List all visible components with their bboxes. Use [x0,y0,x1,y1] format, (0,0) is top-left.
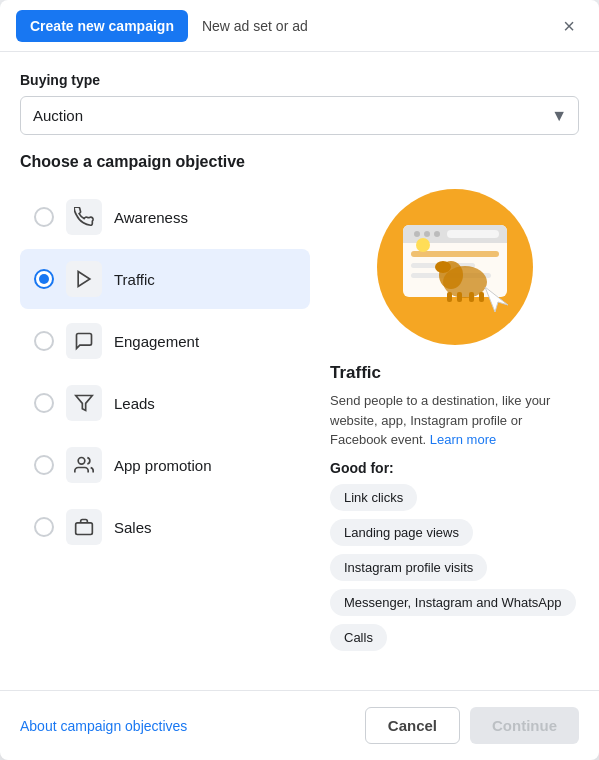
svg-point-8 [424,231,430,237]
svg-point-7 [414,231,420,237]
objective-item-sales[interactable]: Sales [20,497,310,557]
detail-panel: Traffic Send people to a destination, li… [310,187,579,651]
engagement-label: Engagement [114,333,199,350]
svg-rect-11 [411,251,499,257]
awareness-label: Awareness [114,209,188,226]
modal-header: Create new campaign New ad set or ad × [0,0,599,52]
continue-button[interactable]: Continue [470,707,579,744]
traffic-illustration [375,187,535,347]
content-area: Awareness Traffic [20,187,579,651]
sales-icon [66,509,102,545]
buying-type-select-wrapper: Auction ▼ [20,96,579,135]
buying-type-select[interactable]: Auction [20,96,579,135]
radio-app-promotion [34,455,54,475]
tag-item: Landing page views [330,519,473,546]
svg-rect-10 [447,230,499,238]
svg-point-22 [416,238,430,252]
objective-item-leads[interactable]: Leads [20,373,310,433]
svg-point-9 [434,231,440,237]
objectives-list: Awareness Traffic [20,187,310,651]
section-title: Choose a campaign objective [20,153,579,171]
tag-item: Instagram profile visits [330,554,487,581]
svg-point-1 [78,458,85,465]
svg-rect-20 [479,292,484,302]
buying-type-label: Buying type [20,72,579,88]
leads-label: Leads [114,395,155,412]
tag-item: Calls [330,624,387,651]
objective-item-app-promotion[interactable]: App promotion [20,435,310,495]
detail-title: Traffic [330,363,381,383]
svg-rect-17 [447,292,452,302]
svg-marker-0 [76,396,93,411]
sales-label: Sales [114,519,152,536]
svg-rect-18 [457,292,462,302]
radio-sales [34,517,54,537]
tags-list: Link clicksLanding page viewsInstagram p… [330,484,579,651]
learn-more-link[interactable]: Learn more [430,432,496,447]
modal: Create new campaign New ad set or ad × B… [0,0,599,760]
objective-item-engagement[interactable]: Engagement [20,311,310,371]
app-promotion-label: App promotion [114,457,212,474]
leads-icon [66,385,102,421]
tab-create-campaign[interactable]: Create new campaign [16,10,188,42]
footer-buttons: Cancel Continue [365,707,579,744]
modal-footer: About campaign objectives Cancel Continu… [0,690,599,760]
awareness-icon [66,199,102,235]
radio-engagement [34,331,54,351]
tag-item: Messenger, Instagram and WhatsApp [330,589,576,616]
radio-leads [34,393,54,413]
traffic-label: Traffic [114,271,155,288]
good-for-label: Good for: [330,460,394,476]
tag-item: Link clicks [330,484,417,511]
modal-body: Buying type Auction ▼ Choose a campaign … [0,52,599,666]
tab-new-ad-set[interactable]: New ad set or ad [188,10,322,42]
detail-description: Send people to a destination, like your … [330,391,579,450]
cancel-button[interactable]: Cancel [365,707,460,744]
svg-rect-19 [469,292,474,302]
close-button[interactable]: × [555,12,583,40]
objective-item-awareness[interactable]: Awareness [20,187,310,247]
radio-traffic [34,269,54,289]
app-promotion-icon [66,447,102,483]
svg-point-16 [435,261,451,273]
radio-awareness [34,207,54,227]
traffic-icon [66,261,102,297]
engagement-icon [66,323,102,359]
about-campaign-link[interactable]: About campaign objectives [20,718,187,734]
objective-item-traffic[interactable]: Traffic [20,249,310,309]
svg-rect-2 [76,523,93,535]
buying-type-section: Buying type Auction ▼ [20,72,579,135]
